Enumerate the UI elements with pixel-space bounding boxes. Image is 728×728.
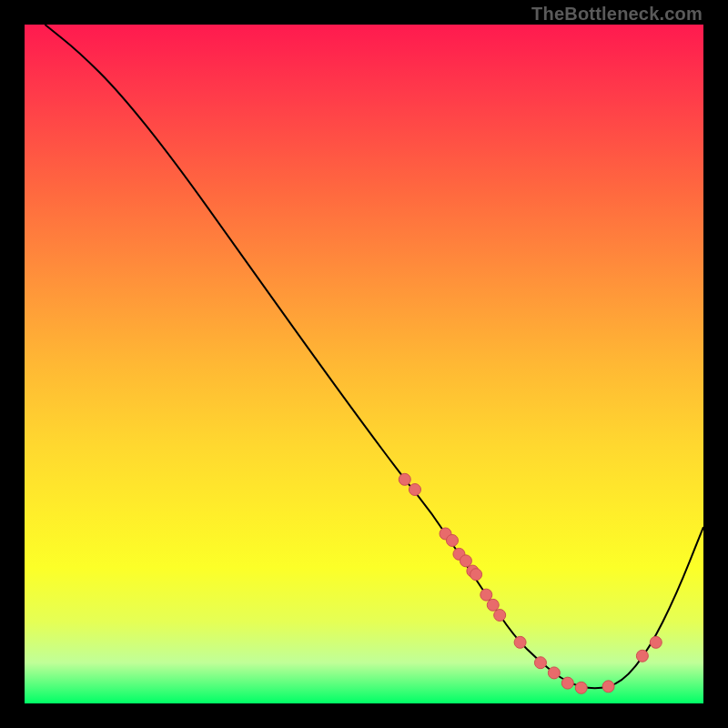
data-point (514, 636, 526, 648)
data-point (460, 555, 471, 567)
data-point (446, 534, 458, 546)
watermark-text: TheBottleneck.com (531, 4, 703, 25)
bottleneck-curve (45, 25, 703, 688)
data-point (534, 657, 546, 669)
data-point (480, 589, 492, 601)
data-point (561, 677, 573, 689)
data-point (487, 599, 499, 611)
data-point (399, 473, 410, 485)
dot-layer (399, 473, 662, 693)
data-point (548, 667, 560, 679)
chart-svg (25, 25, 703, 703)
data-point (470, 569, 482, 581)
data-point (494, 610, 506, 622)
data-point (409, 484, 420, 496)
data-point (636, 650, 648, 662)
data-point (575, 682, 587, 693)
data-point (602, 681, 614, 693)
data-point (650, 636, 662, 648)
